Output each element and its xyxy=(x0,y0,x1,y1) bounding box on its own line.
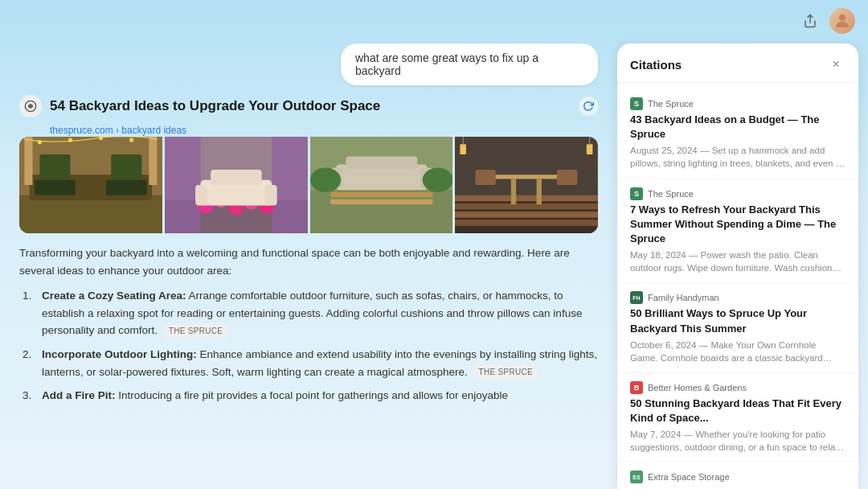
list-item-text-3: Introducing a fire pit provides a focal … xyxy=(116,389,509,401)
citation-favicon-5: ES xyxy=(630,471,643,483)
svg-rect-5 xyxy=(19,195,162,233)
citation-source-name-1: The Spruce xyxy=(648,99,694,109)
svg-rect-44 xyxy=(455,203,598,210)
user-message-area: what are some great ways to fix up a bac… xyxy=(0,37,617,95)
svg-rect-34 xyxy=(330,199,432,204)
favicon-letter-2: S xyxy=(634,190,639,198)
citation-snippet-4: May 7, 2024 — Whether you're looking for… xyxy=(630,428,845,454)
svg-rect-53 xyxy=(587,144,593,154)
source-tag-2: THE SPRUCE xyxy=(474,365,538,380)
citation-snippet-2: May 18, 2024 — Power wash the patio. Cle… xyxy=(630,249,845,274)
citation-item-5[interactable]: ES Extra Space Storage Your DIY Guide to… xyxy=(617,462,858,489)
citation-source-row-3: FH Family Handyman xyxy=(630,291,845,304)
refresh-button[interactable] xyxy=(579,97,598,116)
svg-rect-45 xyxy=(455,212,598,218)
user-message-bubble: what are some great ways to fix up a bac… xyxy=(341,43,598,85)
list-item-1: 1. Create a Cozy Seating Area: Arrange c… xyxy=(19,287,598,339)
citations-title: Citations xyxy=(630,58,682,72)
response-intro: Transforming your backyard into a welcom… xyxy=(19,244,598,279)
citations-header: Citations × xyxy=(617,43,858,83)
main-layout: what are some great ways to fix up a bac… xyxy=(0,37,868,489)
list-item-2: 2. Incorporate Outdoor Lighting: Enhance… xyxy=(19,346,598,380)
avatar[interactable] xyxy=(829,8,855,34)
svg-point-40 xyxy=(422,167,452,191)
citation-title-5: Your DIY Guide to a Backyard Makeover on… xyxy=(630,486,845,489)
citation-title-2: 7 Ways to Refresh Your Backyard This Sum… xyxy=(630,203,845,247)
image-cell-1 xyxy=(19,137,162,233)
list-item-number-3: 3. xyxy=(23,387,39,405)
list-item-bold-1: Create a Cozy Seating Area: xyxy=(42,290,186,302)
citation-source-name-5: Extra Space Storage xyxy=(648,472,730,482)
close-citations-button[interactable]: × xyxy=(826,55,845,74)
citations-list: S The Spruce 43 Backyard Ideas on a Budg… xyxy=(617,83,858,489)
svg-rect-11 xyxy=(24,137,32,185)
image-cell-2 xyxy=(165,137,308,233)
svg-rect-8 xyxy=(111,154,141,180)
source-tag-1: THE SPRUCE xyxy=(164,324,227,339)
citation-snippet-3: October 6, 2024 — Make Your Own Cornhole… xyxy=(630,339,845,364)
citation-source-name-3: Family Handyman xyxy=(648,293,719,302)
ai-header: 54 Backyard Ideas to Upgrade Your Outdoo… xyxy=(19,95,598,117)
svg-point-39 xyxy=(310,167,341,191)
share-button[interactable] xyxy=(799,10,821,32)
svg-rect-50 xyxy=(476,170,496,185)
source-link[interactable]: thespruce.com › backyard ideas xyxy=(50,125,186,136)
citation-item-2[interactable]: S The Spruce 7 Ways to Refresh Your Back… xyxy=(617,179,858,284)
svg-rect-7 xyxy=(39,154,70,180)
svg-rect-20 xyxy=(272,137,307,233)
list-item-bold-2: Incorporate Outdoor Lighting: xyxy=(42,348,197,360)
svg-rect-43 xyxy=(455,195,598,202)
svg-rect-19 xyxy=(165,137,200,233)
favicon-letter-4: B xyxy=(634,384,640,392)
top-bar xyxy=(0,0,868,37)
svg-rect-10 xyxy=(106,180,147,195)
citation-title-1: 43 Backyard Ideas on a Budget — The Spru… xyxy=(630,113,845,142)
ai-title-row: 54 Backyard Ideas to Upgrade Your Outdoo… xyxy=(50,97,598,116)
citation-favicon-3: FH xyxy=(630,291,643,304)
ai-response-area: 54 Backyard Ideas to Upgrade Your Outdoo… xyxy=(0,95,617,489)
citation-source-row-4: B Better Homes & Gardens xyxy=(630,381,845,394)
citation-favicon-1: S xyxy=(630,97,643,110)
list-item-content-3: Add a Fire Pit: Introducing a fire pit p… xyxy=(42,387,508,405)
list-item-number-2: 2. xyxy=(23,346,39,380)
citation-source-name-4: Better Homes & Gardens xyxy=(648,383,747,392)
svg-rect-9 xyxy=(35,180,76,195)
svg-rect-29 xyxy=(264,185,276,205)
citation-item-1[interactable]: S The Spruce 43 Backyard Ideas on a Budg… xyxy=(617,89,858,179)
citation-favicon-4: B xyxy=(630,381,643,394)
citation-item-4[interactable]: B Better Homes & Gardens 50 Stunning Bac… xyxy=(617,373,858,463)
svg-point-1 xyxy=(839,14,845,21)
svg-rect-48 xyxy=(511,179,516,204)
citation-title-3: 50 Brilliant Ways to Spruce Up Your Back… xyxy=(630,306,845,335)
citations-panel: Citations × S The Spruce 43 Backyard Ide… xyxy=(617,43,858,489)
favicon-letter-3: FH xyxy=(633,295,640,301)
image-grid xyxy=(19,137,598,233)
svg-point-14 xyxy=(68,138,72,142)
svg-rect-47 xyxy=(485,175,567,179)
svg-rect-12 xyxy=(149,137,157,185)
ai-icon xyxy=(19,95,42,117)
citation-title-4: 50 Stunning Backyard Ideas That Fit Ever… xyxy=(630,397,845,425)
image-cell-3 xyxy=(310,137,453,233)
svg-rect-33 xyxy=(330,192,432,197)
list-item-3: 3. Add a Fire Pit: Introducing a fire pi… xyxy=(19,387,598,405)
citation-snippet-1: August 25, 2024 — Set up a hammock and a… xyxy=(630,144,845,170)
svg-rect-28 xyxy=(195,185,207,205)
citation-favicon-2: S xyxy=(630,187,643,200)
user-message-text: what are some great ways to fix up a bac… xyxy=(355,51,538,77)
citation-source-row-2: S The Spruce xyxy=(630,187,845,200)
response-text: Transforming your backyard into a welcom… xyxy=(19,244,598,405)
favicon-letter-1: S xyxy=(634,100,639,108)
citation-item-3[interactable]: FH Family Handyman 50 Brilliant Ways to … xyxy=(617,283,858,373)
image-cell-4 xyxy=(455,137,598,233)
svg-point-16 xyxy=(129,138,133,142)
svg-rect-52 xyxy=(461,144,467,154)
svg-rect-49 xyxy=(537,179,542,204)
svg-rect-46 xyxy=(455,220,598,226)
citation-source-name-2: The Spruce xyxy=(648,189,694,199)
svg-point-3 xyxy=(30,105,31,107)
ai-response-title: 54 Backyard Ideas to Upgrade Your Outdoo… xyxy=(50,98,380,114)
citation-source-row-5: ES Extra Space Storage xyxy=(630,471,845,483)
svg-rect-51 xyxy=(557,170,577,185)
list-item-content-2: Incorporate Outdoor Lighting: Enhance am… xyxy=(42,346,598,380)
